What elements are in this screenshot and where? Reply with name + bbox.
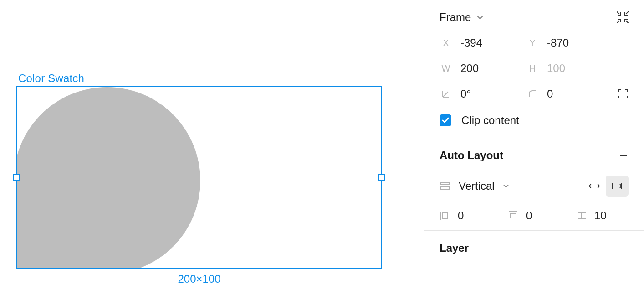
selection-dimensions: 200×100 [0,273,399,285]
item-spacing-field[interactable]: 10 [576,209,607,222]
layer-title: Layer [440,242,469,254]
frame-section-title[interactable]: Frame [440,11,471,24]
hug-mode-button[interactable] [583,176,606,197]
color-swatch-shape[interactable] [16,87,200,269]
remove-auto-layout-icon[interactable] [618,150,629,161]
h-value: 100 [547,62,565,75]
item-spacing-value: 10 [594,209,607,222]
padding-horizontal-icon [440,210,450,221]
corner-radius-field[interactable]: 0 [526,88,613,100]
chevron-down-icon[interactable] [476,14,484,21]
direction-icon[interactable] [440,181,450,192]
h-label: H [526,63,539,74]
svg-rect-0 [441,182,449,185]
padding-horizontal-value: 0 [458,209,464,222]
selection-frame[interactable] [16,86,382,269]
height-field[interactable]: H 100 [526,62,613,75]
svg-rect-2 [443,213,447,218]
svg-rect-1 [441,187,449,189]
layer-section: Layer [424,231,644,254]
w-label: W [440,63,452,74]
svg-rect-3 [511,213,516,218]
auto-layout-title: Auto Layout [440,149,503,162]
direction-value[interactable]: Vertical [459,180,495,192]
y-label: Y [526,38,539,48]
clip-content-label: Clip content [461,114,519,127]
x-value: -394 [460,36,482,49]
clip-content-checkbox[interactable] [440,114,451,126]
rotation-field[interactable]: 0° [440,88,526,100]
fixed-mode-button[interactable] [606,176,629,197]
y-field[interactable]: Y -870 [526,36,613,49]
properties-panel: Frame X -394 [424,0,644,290]
corner-radius-value: 0 [547,88,553,100]
x-field[interactable]: X -394 [440,36,526,49]
w-value: 200 [460,62,479,75]
y-value: -870 [547,36,569,49]
x-label: X [440,38,452,48]
padding-vertical-field[interactable]: 0 [508,209,576,222]
padding-horizontal-field[interactable]: 0 [440,209,508,222]
resize-handle-left[interactable] [13,174,20,181]
padding-vertical-value: 0 [526,209,532,222]
selection-label[interactable]: Color Swatch [18,72,84,85]
independent-corners-icon[interactable] [618,88,629,99]
item-spacing-icon [576,210,587,221]
frame-section: Frame X -394 [424,0,644,138]
auto-layout-section: Auto Layout Vertical [424,138,644,231]
angle-icon [440,89,452,98]
width-field[interactable]: W 200 [440,62,526,75]
resize-handle-right[interactable] [378,174,385,181]
chevron-down-icon[interactable] [503,183,509,189]
rotation-value: 0° [460,88,471,100]
corner-radius-icon [526,89,539,98]
padding-vertical-icon [508,210,519,221]
collapse-panel-icon[interactable] [617,11,629,23]
canvas[interactable]: Color Swatch 200×100 [0,0,424,290]
